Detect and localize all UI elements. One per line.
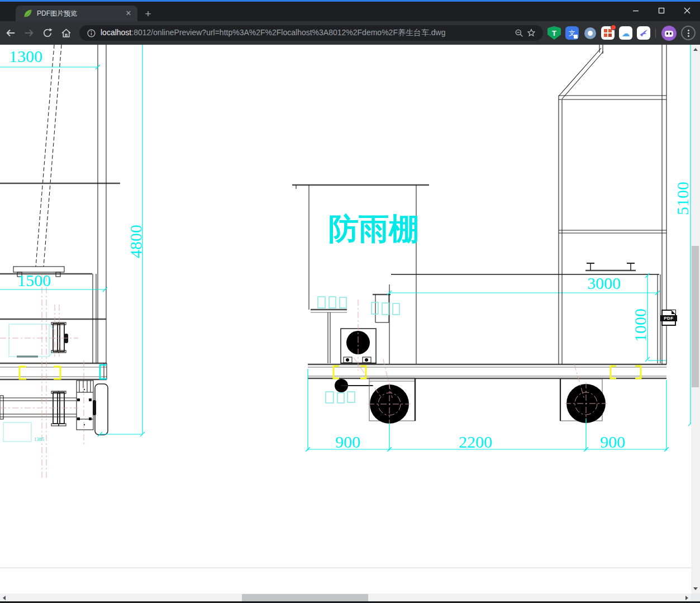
- tab-strip: PDF图片预览 ✕ +: [0, 2, 700, 21]
- close-icon: [684, 7, 691, 14]
- spring-leaf-favicon: [23, 9, 32, 18]
- browser-window: PDF图片预览 ✕ + localhost:: [0, 0, 700, 603]
- url-text[interactable]: localhost:8012/onlinePreview?url=http%3A…: [101, 28, 513, 38]
- dim-1500-label: 1500: [17, 271, 51, 289]
- left-yellow-clips: [20, 367, 60, 379]
- url-host: localhost: [101, 28, 131, 37]
- pdf-icon-label: PDF: [660, 315, 677, 321]
- proxy-extension-icon[interactable]: [583, 26, 597, 40]
- scroll-right-arrow-icon[interactable]: [685, 596, 688, 600]
- page-content: 1300 1500 4800 1385: [0, 45, 700, 603]
- new-tab-button[interactable]: +: [142, 8, 154, 20]
- reload-button[interactable]: [40, 25, 55, 41]
- extension-badge: [611, 25, 616, 30]
- translate-corner: [574, 35, 578, 39]
- dim-1300-label: 1300: [9, 47, 42, 65]
- left-view-cables: [36, 45, 61, 267]
- tab-pdf-preview[interactable]: PDF图片预览 ✕: [16, 6, 137, 21]
- dim-900-left-label: 900: [335, 433, 360, 451]
- home-button[interactable]: [58, 25, 74, 41]
- dim-900-right-label: 900: [600, 433, 625, 451]
- pdf-file-icon[interactable]: PDF: [661, 310, 676, 326]
- bird-glyph-icon: [639, 29, 649, 38]
- cloud-glyph-icon: ☁: [622, 29, 630, 37]
- tampermonkey-extension-icon[interactable]: T: [547, 26, 561, 40]
- reload-icon: [42, 27, 53, 39]
- home-icon: [60, 27, 72, 39]
- back-icon: [4, 27, 17, 39]
- profile-avatar[interactable]: [661, 26, 677, 41]
- browser-menu-button[interactable]: [681, 26, 696, 40]
- dim-1385-label: 1385: [34, 436, 45, 442]
- pdf-icon-fold: [672, 310, 675, 314]
- cloud-extension-icon[interactable]: ☁: [619, 26, 632, 40]
- avatar-face-icon: [665, 31, 673, 37]
- proxy-ring-icon: [584, 27, 596, 39]
- left-view-dimensions: [0, 45, 145, 436]
- dim-5100-label: 5100: [673, 182, 691, 215]
- url-path: :8012/onlinePreview?url=http%3A%2F%2Floc…: [131, 28, 445, 37]
- cad-drawing: 1300 1500 4800 1385: [0, 45, 691, 593]
- vertical-scrollbar[interactable]: [691, 45, 700, 593]
- left-view-ghost-outline: [3, 324, 53, 441]
- minimize-button[interactable]: [623, 2, 649, 20]
- center-view-dimensions: [306, 45, 691, 452]
- left-view-black-lines: [0, 45, 108, 435]
- tab-close-icon[interactable]: ✕: [124, 9, 133, 18]
- browser-toolbar: localhost:8012/onlinePreview?url=http%3A…: [0, 21, 700, 45]
- forward-button[interactable]: [21, 25, 37, 41]
- fehelper-extension-icon[interactable]: [601, 26, 615, 40]
- close-button[interactable]: [674, 2, 700, 20]
- dim-4800-label: 4800: [126, 225, 145, 258]
- page-info-icon[interactable]: [85, 27, 97, 39]
- dim-3000-label: 3000: [587, 274, 621, 292]
- omnibox[interactable]: localhost:8012/onlinePreview?url=http%3A…: [79, 25, 543, 41]
- canopy-label: 防雨棚: [328, 212, 419, 245]
- thunder-extension-icon[interactable]: [637, 26, 650, 40]
- horizontal-scrollbar-thumb[interactable]: [242, 594, 368, 601]
- scroll-up-arrow-icon[interactable]: [693, 48, 698, 51]
- forward-icon: [23, 27, 35, 39]
- maximize-icon: [658, 7, 665, 14]
- translate-extension-icon[interactable]: 文: [565, 26, 579, 40]
- zoom-out-icon[interactable]: [513, 27, 525, 39]
- minimize-icon: [632, 7, 639, 14]
- scroll-down-arrow-icon[interactable]: [693, 587, 698, 590]
- left-view-centerlines: [0, 275, 84, 479]
- vertical-scrollbar-thumb[interactable]: [692, 246, 699, 387]
- maximize-button[interactable]: [649, 2, 674, 20]
- fehelper-glyph-icon: [603, 29, 612, 37]
- toolbar-separator: [655, 29, 656, 38]
- dim-2200-label: 2200: [459, 433, 492, 451]
- tampermonkey-label: T: [552, 29, 556, 37]
- dim-1000-label: 1000: [631, 308, 649, 342]
- center-yellow-clips: [334, 366, 641, 378]
- left-view-thin-gray: [0, 367, 107, 377]
- tab-title: PDF图片预览: [37, 9, 124, 18]
- scroll-left-arrow-icon[interactable]: [3, 596, 6, 600]
- back-button[interactable]: [3, 25, 18, 41]
- right-frame: [559, 45, 666, 364]
- bookmark-star-icon[interactable]: [525, 27, 537, 39]
